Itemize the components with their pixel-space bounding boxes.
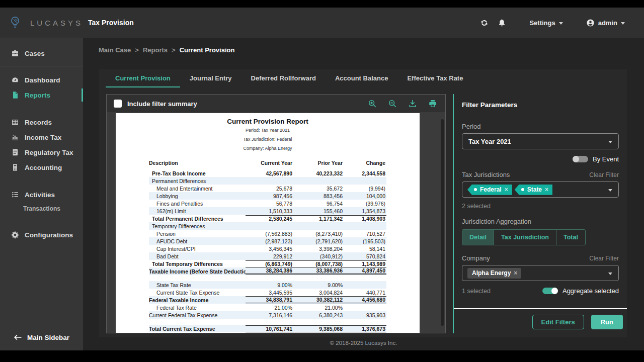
company-label: Company xyxy=(462,254,490,262)
chip-remove-icon[interactable]: × xyxy=(505,186,508,193)
row-value: 25,678 xyxy=(246,186,293,192)
vertical-scrollbar[interactable] xyxy=(441,119,444,326)
row-label: AFUDC Debt xyxy=(149,238,246,244)
row-value: (2,791,620) xyxy=(293,238,344,244)
tab-effective-tax-rate[interactable]: Effective Tax Rate xyxy=(397,74,472,87)
tab-deferred-rollforward[interactable]: Deferred Rollforward xyxy=(242,74,326,87)
row-value: 9.00% xyxy=(293,282,344,288)
row-value: 1,408,903 xyxy=(344,215,386,222)
row-value: 3,456,345 xyxy=(246,246,293,252)
row-value: 21.00% xyxy=(293,305,344,311)
row-value: (6,863,749) xyxy=(246,260,293,267)
aggregate-selected-toggle[interactable] xyxy=(542,288,558,294)
tax-jurisdictions-select[interactable]: Federal×State× xyxy=(462,182,619,198)
clear-jurisdictions-filter-link[interactable]: Clear Filter xyxy=(589,171,619,178)
report-table-spacer-row xyxy=(149,275,386,281)
row-label: Pension xyxy=(149,231,246,237)
tab-journal-entry[interactable]: Journal Entry xyxy=(180,74,242,87)
report-meta-period: Period: Tax Year 2021 xyxy=(116,127,420,134)
row-value: (9,994) xyxy=(344,186,386,192)
row-value: (7,562,883) xyxy=(246,231,293,237)
period-select[interactable]: Tax Year 2021 xyxy=(462,133,619,149)
report-title: Current Provision Report xyxy=(116,118,420,125)
sidebar-item-accounting[interactable]: Accounting xyxy=(0,160,83,175)
chevron-down-icon xyxy=(608,141,612,143)
row-label: Permanent Differences xyxy=(149,178,246,184)
breadcrumb-item[interactable]: Main Case xyxy=(99,46,131,54)
report-card: Current ProvisionJournal EntryDeferred R… xyxy=(99,69,627,337)
include-filter-summary-checkbox[interactable] xyxy=(114,100,122,108)
settings-menu[interactable]: Settings xyxy=(529,19,562,27)
tab-current-provision[interactable]: Current Provision xyxy=(106,74,180,87)
row-value: 1,171,342 xyxy=(293,215,344,222)
report-preview-area[interactable]: Current Provision Report Period: Tax Yea… xyxy=(107,113,445,333)
row-label: Current Federal Tax Expense xyxy=(149,312,246,318)
zoom-in-icon[interactable] xyxy=(368,99,377,108)
chip-remove-icon[interactable]: × xyxy=(514,269,517,277)
refresh-icon[interactable] xyxy=(480,19,489,27)
report-table: DescriptionCurrent YearPrior YearChangeP… xyxy=(149,158,386,332)
tab-account-balance[interactable]: Account Balance xyxy=(326,74,397,87)
report-table-row: Meal and Entertainment25,67835,672(9,994… xyxy=(149,185,386,192)
row-label: Total Current Tax Expense xyxy=(149,326,246,332)
chip-label: Alpha Energy xyxy=(472,269,511,277)
row-value: 38,284,386 xyxy=(246,267,293,275)
filter-chip-alpha-energy[interactable]: Alpha Energy× xyxy=(467,268,521,279)
report-icon xyxy=(11,91,19,99)
accounting-icon xyxy=(11,163,19,171)
aggregation-option-total[interactable]: Total xyxy=(556,230,585,245)
print-icon[interactable] xyxy=(428,99,437,108)
run-button[interactable]: Run xyxy=(591,315,623,329)
sidebar-item-configurations[interactable]: Configurations xyxy=(0,227,83,242)
user-menu[interactable]: admin xyxy=(586,19,625,27)
main-sidebar-label: Main Sidebar xyxy=(27,334,69,341)
sidebar-item-reports[interactable]: Reports xyxy=(0,87,83,103)
sidebar-item-records[interactable]: Records xyxy=(0,115,83,130)
filter-panel-title: Filter Parameters xyxy=(462,101,619,109)
row-value: (2,987,123) xyxy=(246,238,293,244)
filter-chip-state[interactable]: State× xyxy=(515,185,552,195)
logo: LUCASYS xyxy=(0,16,83,29)
include-filter-summary-label: Include filter summary xyxy=(127,100,197,108)
sidebar-item-regulatory-tax[interactable]: Regulatory Tax xyxy=(0,145,83,160)
row-label: State Tax Rate xyxy=(149,282,246,288)
chevron-down-icon xyxy=(559,22,563,25)
report-table-row: Total Permanent Differences2,580,2451,17… xyxy=(149,215,386,222)
sidebar-divider xyxy=(0,175,83,187)
filter-panel: Filter Parameters Period Tax Year 2021 B… xyxy=(453,94,627,333)
row-label: Meal and Entertainment xyxy=(149,186,246,192)
bell-icon[interactable] xyxy=(498,19,506,27)
filter-chip-federal[interactable]: Federal× xyxy=(467,185,512,195)
download-icon[interactable] xyxy=(408,99,417,108)
sidebar-item-label: Activities xyxy=(25,191,55,199)
chevron-down-icon xyxy=(608,189,612,192)
filter-panel-footer: Edit Filters Run xyxy=(454,308,627,329)
user-label: admin xyxy=(598,19,617,27)
edit-filters-button[interactable]: Edit Filters xyxy=(532,315,584,329)
sidebar-item-income-tax[interactable]: Income Tax xyxy=(0,130,83,145)
clear-company-filter-link[interactable]: Clear Filter xyxy=(589,255,619,262)
by-event-toggle[interactable] xyxy=(573,156,588,162)
records-icon xyxy=(11,118,19,126)
sidebar-item-dashboard[interactable]: Dashboard xyxy=(0,72,83,87)
aggregation-option-tax-jurisdiction[interactable]: Tax Jurisdiction xyxy=(494,230,556,245)
company-select[interactable]: Alpha Energy× xyxy=(462,265,619,281)
row-label: Federal Tax Rate xyxy=(149,305,246,311)
report-table-row: Lobbying987,456883,456104,000 xyxy=(149,192,386,200)
bottom-black-strip xyxy=(0,350,644,362)
sidebar-item-activities[interactable]: Activities xyxy=(0,187,83,202)
sidebar-item-label: Reports xyxy=(25,92,50,99)
report-page: Current Provision Report Period: Tax Yea… xyxy=(116,113,420,333)
jurisdiction-aggregation-label: Jurisdiction Aggregation xyxy=(462,218,619,225)
breadcrumb-item[interactable]: Reports xyxy=(143,46,168,54)
aggregation-option-detail[interactable]: Detail xyxy=(462,230,494,245)
chip-remove-icon[interactable]: × xyxy=(545,186,548,193)
sidebar-item-cases[interactable]: Cases xyxy=(0,46,83,61)
main-sidebar-toggle[interactable]: Main Sidebar xyxy=(0,333,83,341)
report-table-spacer-row xyxy=(149,319,386,325)
row-value: 1,376,673 xyxy=(344,325,386,332)
gears-icon xyxy=(11,231,19,239)
report-table-row: Current State Tax Expense3,445,5953,004,… xyxy=(149,289,386,296)
zoom-out-icon[interactable] xyxy=(388,99,397,108)
sidebar-item-transactions[interactable]: Transactions xyxy=(0,202,83,215)
